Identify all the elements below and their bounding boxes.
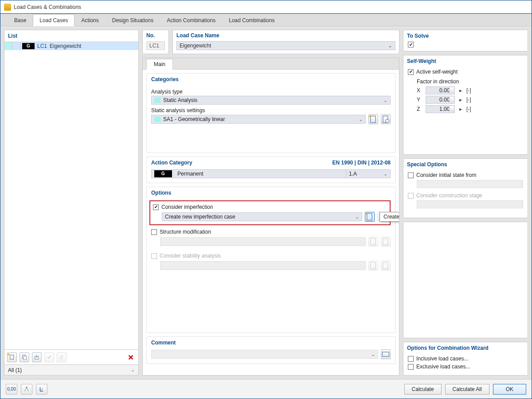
list-item[interactable]: G LC1 Eigengewicht	[4, 42, 138, 50]
factor-row-y: Y 0.000 ▸ [-]	[417, 96, 523, 104]
tab-main[interactable]: Main	[146, 59, 173, 70]
tab-action-combinations[interactable]: Action Combinations	[160, 14, 222, 26]
tooltip: Create New Imperfection Case...	[379, 212, 399, 222]
svg-rect-10	[383, 239, 388, 245]
sas-label: Static analysis settings	[151, 107, 391, 113]
analysis-type-combo[interactable]: Static Analysis ⌄	[151, 96, 391, 105]
tool-button-1[interactable]	[21, 384, 32, 395]
tool-button-2[interactable]	[36, 384, 47, 395]
analysis-type-label: Analysis type	[151, 89, 391, 95]
no-label: No.	[143, 30, 168, 40]
tab-design-situations[interactable]: Design Situations	[106, 14, 160, 26]
dialog-window: Load Cases & Combinations Base Load Case…	[0, 0, 532, 399]
list-header: List	[4, 30, 138, 42]
factor-x-input[interactable]: 0.000	[426, 86, 455, 94]
inclusive-label: Inclusive load cases...	[416, 356, 468, 362]
initial-state-combo	[417, 180, 523, 188]
action-code-combo[interactable]: 1.A ⌄	[346, 169, 391, 178]
factor-y-input[interactable]: 0.000	[426, 96, 455, 104]
play-icon[interactable]: ▸	[458, 87, 463, 94]
new-sas-button[interactable]: ✦	[368, 114, 378, 124]
spacer-panel	[403, 222, 528, 338]
exclusive-checkbox[interactable]	[408, 364, 414, 370]
initial-state-label: Consider initial state from	[416, 172, 476, 178]
calculate-button[interactable]: Calculate	[404, 384, 442, 395]
to-solve-checkbox[interactable]	[408, 42, 414, 47]
new-imperfection-button[interactable]: ✦	[365, 212, 375, 222]
list-body[interactable]: G LC1 Eigengewicht	[4, 42, 138, 349]
edit-sas-button[interactable]	[381, 114, 391, 124]
inner-body: Categories Analysis type Static Analysis…	[143, 70, 399, 375]
action-category-combo[interactable]: G Permanent	[151, 169, 346, 178]
axis-label: Y	[417, 97, 422, 103]
ac-title: Action Category	[151, 160, 192, 166]
header-row: No. LC1 Load Case Name Eigengewicht	[142, 30, 399, 54]
structure-mod-combo[interactable]	[160, 237, 366, 246]
list-filter-combo[interactable]: All (1) ⌄	[4, 364, 138, 375]
svg-rect-2	[23, 356, 27, 360]
consider-imperfection-checkbox[interactable]	[153, 204, 159, 210]
units-button[interactable]: 0,00	[6, 384, 17, 395]
copy-item-button[interactable]	[20, 352, 29, 362]
delete-button[interactable]	[126, 352, 136, 362]
details-column: No. LC1 Load Case Name Eigengewicht Main…	[142, 30, 399, 376]
import-button[interactable]	[32, 352, 42, 362]
comment-title: Comment	[151, 340, 176, 346]
calculate-all-button[interactable]: Calculate All	[445, 384, 489, 395]
title-bar: Load Cases & Combinations	[0, 0, 532, 14]
svg-point-14	[26, 387, 27, 388]
comment-combo[interactable]: ⌄	[151, 350, 378, 359]
swap-button	[57, 352, 66, 362]
filter-value: All (1)	[8, 367, 22, 373]
factor-row-z: Z 1.000 ▸ [-]	[417, 105, 523, 113]
content-area: List G LC1 Eigengewicht ✦ All (1)	[0, 26, 532, 379]
inclusive-checkbox[interactable]	[408, 356, 414, 362]
ok-button[interactable]: OK	[493, 384, 526, 395]
window-title: Load Cases & Combinations	[14, 4, 81, 10]
no-value: LC1	[146, 41, 165, 50]
stability-combo	[160, 261, 366, 270]
self-weight-title: Self-Weight	[403, 55, 528, 67]
construction-stage-combo	[417, 200, 523, 208]
axis-label: X	[417, 87, 422, 94]
tab-actions[interactable]: Actions	[74, 14, 105, 26]
svg-rect-0	[10, 355, 13, 360]
details-tabs: Main Categories Analysis type Static Ana…	[142, 58, 399, 376]
active-self-weight-checkbox[interactable]	[408, 69, 414, 75]
play-icon[interactable]: ▸	[458, 97, 463, 103]
comment-edit-button[interactable]	[381, 349, 391, 359]
play-icon[interactable]: ▸	[458, 106, 463, 112]
footer-bar: 0,00 Calculate Calculate All OK	[0, 379, 532, 399]
tab-base[interactable]: Base	[8, 14, 33, 26]
inner-tabstrip: Main	[143, 58, 399, 70]
new-item-button[interactable]: ✦	[7, 352, 17, 362]
to-solve-panel: To Solve	[403, 30, 528, 51]
chevron-down-icon: ⌄	[383, 98, 387, 103]
unit-label: [-]	[466, 106, 471, 112]
factor-row-x: X 0.000 ▸ [-]	[417, 86, 523, 94]
construction-stage-checkbox	[408, 193, 414, 199]
options-group: Options Consider imperfection Create new…	[146, 187, 395, 333]
imperfection-case-combo[interactable]: Create new imperfection case ⌄	[162, 212, 362, 221]
imperfection-combo-value: Create new imperfection case	[165, 214, 235, 220]
to-solve-title: To Solve	[403, 30, 528, 42]
name-label: Load Case Name	[173, 30, 399, 40]
tab-load-combinations[interactable]: Load Combinations	[222, 14, 281, 26]
structure-mod-checkbox[interactable]	[151, 229, 157, 235]
stability-checkbox	[151, 253, 157, 259]
svg-rect-11	[371, 262, 376, 269]
initial-state-checkbox[interactable]	[408, 172, 414, 178]
name-combo[interactable]: Eigengewicht	[176, 41, 395, 50]
color-swatch	[154, 98, 160, 103]
factor-label: Factor in direction	[417, 78, 523, 85]
svg-rect-13	[383, 352, 389, 356]
combination-wizard-panel: Options for Combination Wizard Inclusive…	[403, 342, 528, 376]
action-category-value: Permanent	[177, 171, 203, 177]
categories-group: Categories Analysis type Static Analysis…	[146, 73, 395, 153]
tab-load-cases[interactable]: Load Cases	[33, 14, 74, 26]
svg-rect-9	[371, 239, 376, 245]
edit-structure-mod-button	[381, 237, 391, 246]
sas-combo[interactable]: SA1 - Geometrically linear ⌄	[151, 115, 366, 124]
list-panel: List G LC1 Eigengewicht ✦ All (1)	[4, 30, 139, 376]
factor-z-input[interactable]: 1.000	[426, 105, 455, 113]
